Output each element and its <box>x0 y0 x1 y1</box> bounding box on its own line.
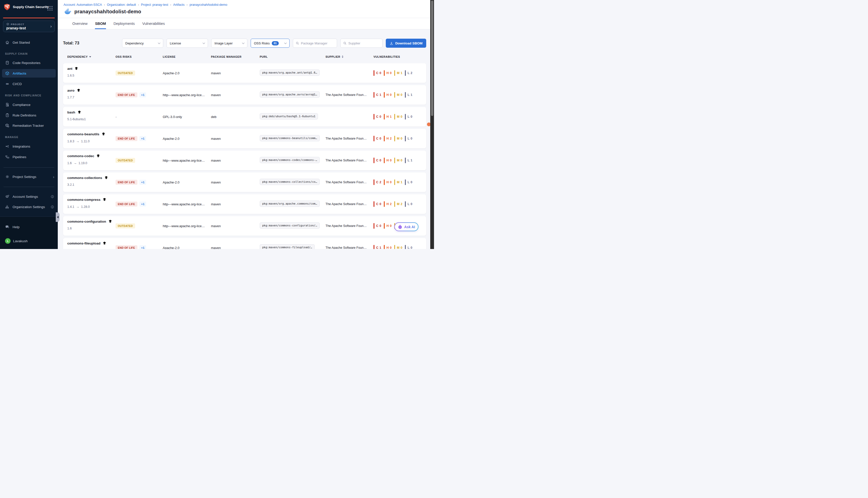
project-selector[interactable]: PROJECT pranay-test › <box>3 21 55 32</box>
table-row[interactable]: avro 1.7.7 END OF LIFE +1 http---www.apa… <box>63 85 426 105</box>
table-row[interactable]: bash 5.1-6ubuntu1 - GPL-3.0-only deb pkg… <box>63 107 426 127</box>
column-dependency[interactable]: DEPENDENCY <box>67 55 116 58</box>
supplier-search-input[interactable] <box>348 41 380 45</box>
ask-ai-button[interactable]: Ask AI <box>394 222 418 231</box>
breadcrumb-artifacts[interactable]: Artifacts <box>173 3 185 6</box>
table-row[interactable]: ant 1.6.5 OUTDATED Apache-2.0 maven pkg:… <box>63 63 426 83</box>
risk-badge-outdated: OUTDATED <box>116 223 135 228</box>
app-switcher-icon[interactable] <box>47 5 54 12</box>
supplier-cell: The Apache Software Foun… <box>325 159 374 162</box>
sidebar-item-remediation-tracker[interactable]: Remediation Tracker <box>0 121 58 130</box>
license-cell: Apache-2.0 <box>163 246 211 249</box>
project-name: pranay-test <box>6 26 54 30</box>
risk-badge-outdated: OUTDATED <box>116 158 135 163</box>
vulnerability-counts: C1 H0 M0 L0 <box>374 245 426 249</box>
sidebar-item-help[interactable]: Help <box>0 223 58 231</box>
oss-risks-filter-dropdown[interactable]: OSS Risks 01 <box>251 39 289 48</box>
sidebar-collapse-button[interactable] <box>56 212 60 222</box>
upgrade-arrow: → <box>73 161 77 165</box>
breadcrumb-organization[interactable]: Organization: default <box>107 3 136 6</box>
clipboard-check-icon <box>5 113 10 117</box>
license-cell: Apache-2.0 <box>163 137 211 141</box>
sidebar-item-pipelines[interactable]: Pipelines <box>0 153 58 161</box>
supplier-search <box>340 39 383 48</box>
user-menu[interactable]: L Lavakush <box>0 237 58 245</box>
low-count: L1 <box>405 158 412 163</box>
sidebar-item-account-settings[interactable]: Account Settings <box>0 192 58 201</box>
risk-badge-more[interactable]: +1 <box>139 92 146 97</box>
sidebar-item-project-settings[interactable]: Project Settings › <box>0 172 58 181</box>
layers-icon <box>77 88 81 92</box>
dependency-filter-dropdown[interactable]: Dependency <box>122 39 163 48</box>
table-row[interactable]: commons-configuration 1.6 OUTDATED http-… <box>63 216 426 236</box>
supplier-cell: The Apache Software Foun… <box>325 137 374 140</box>
tab-sbom[interactable]: SBOM <box>95 18 106 29</box>
sidebar-item-compliance[interactable]: Compliance <box>0 101 58 109</box>
purl-value[interactable]: pkg:maven/org.apache.ant/ant@1.6… <box>260 69 320 76</box>
sidebar-item-cicd[interactable]: ∞ CI/CD <box>0 80 58 88</box>
download-sbom-button[interactable]: Download SBOM <box>386 39 426 48</box>
chevron-down-icon <box>242 41 245 44</box>
package-manager-search-input[interactable] <box>301 41 334 45</box>
medium-count: M2 <box>394 201 403 207</box>
high-count: H0 <box>384 245 391 249</box>
scrollbar-track[interactable] <box>430 0 434 249</box>
docker-icon <box>64 9 72 15</box>
scrollbar-thumb[interactable] <box>431 0 433 116</box>
breadcrumb-account[interactable]: Account: Automation-SSCA <box>64 3 102 6</box>
tab-vulnerabilities[interactable]: Vulnerabilities <box>142 18 165 29</box>
purl-value[interactable]: pkg:maven/commons-collections/co… <box>260 179 320 185</box>
section-heading-risk-compliance: RISK AND COMPLIANCE <box>5 94 41 97</box>
tab-deployments[interactable]: Deployments <box>114 18 135 29</box>
sidebar-item-rule-definitions[interactable]: Rule Definitions <box>0 111 58 119</box>
risk-badge-more[interactable]: +1 <box>139 136 146 141</box>
table-row[interactable]: commons-beanutils 1.8.3 → 1.11.0 END OF … <box>63 129 426 148</box>
product-logo: Supply Chain Security <box>3 3 55 11</box>
table-row[interactable]: commons-compress 1.4.1 → 1.28.0 END OF L… <box>63 194 426 214</box>
supplier-cell: The Apache Software Foun… <box>325 181 374 184</box>
table-row[interactable]: commons-fileupload END OF LIFE +1 Apache… <box>63 238 426 249</box>
sidebar-item-organization-settings[interactable]: Organization Settings <box>0 202 58 211</box>
breadcrumb-artifact-name[interactable]: pranaycshah/todolist-demo <box>190 3 227 6</box>
avatar: L <box>5 238 11 244</box>
breadcrumb-project[interactable]: Project: pranay-test <box>141 3 168 6</box>
package-manager-cell: maven <box>211 181 260 184</box>
image-layer-filter-dropdown[interactable]: Image Layer <box>211 39 247 48</box>
high-count: H0 <box>384 70 391 76</box>
app-window: Supply Chain Security PROJECT pranay-tes… <box>0 0 434 249</box>
sidebar-item-artifacts[interactable]: Artifacts <box>2 69 56 78</box>
tab-overview[interactable]: Overview <box>72 18 87 29</box>
license-filter-dropdown[interactable]: License <box>167 39 208 48</box>
column-supplier[interactable]: SUPPLIER <box>325 55 374 58</box>
critical-count: C1 <box>374 92 381 97</box>
search-icon <box>343 41 347 45</box>
table-row[interactable]: commons-codec 1.6 → 1.19.0 OUTDATED http… <box>63 150 426 170</box>
purl-value[interactable]: pkg:maven/commons-configuration/… <box>260 222 320 229</box>
total-count: Total: 73 <box>63 41 79 45</box>
low-count: L0 <box>405 114 412 119</box>
breadcrumb: Account: Automation-SSCA › Organization:… <box>64 3 227 6</box>
purl-value[interactable]: pkg:maven/commons-codec/commons-… <box>260 157 320 163</box>
critical-count: C0 <box>374 136 381 141</box>
infinity-icon: ∞ <box>5 82 10 86</box>
layers-icon <box>103 198 106 201</box>
purl-value[interactable]: pkg:maven/org.apache.avro/avro@1… <box>260 91 320 97</box>
robot-icon <box>398 224 403 230</box>
risk-badge-end-of-life: END OF LIFE <box>116 92 138 97</box>
layers-icon <box>102 132 105 136</box>
medium-count: M0 <box>394 158 403 163</box>
sidebar-item-code-repositories[interactable]: Code Repositories <box>0 58 58 67</box>
risk-badge-more[interactable]: +1 <box>139 180 146 185</box>
sidebar-item-get-started[interactable]: Get Started <box>0 38 58 47</box>
sidebar-item-integrations[interactable]: Integrations <box>0 142 58 150</box>
medium-count: M0 <box>394 245 403 249</box>
layers-icon <box>104 176 108 180</box>
risk-badge-more[interactable]: +1 <box>139 245 146 249</box>
risk-badge-more[interactable]: +1 <box>139 201 146 207</box>
purl-value[interactable]: pkg:maven/org.apache.commons/com… <box>260 200 320 207</box>
table-row[interactable]: commons-collections 3.2.1 END OF LIFE +1… <box>63 172 426 192</box>
purl-value[interactable]: pkg:maven/commons-beanutils/comm… <box>260 135 320 141</box>
purl-value[interactable]: pkg:maven/commons-fileupload/… <box>260 244 315 249</box>
purl-value[interactable]: pkg:deb/ubuntu/bash@5.1-6ubuntu1 <box>260 113 318 119</box>
vulnerability-counts: C1 H0 M0 L1 <box>374 92 426 97</box>
